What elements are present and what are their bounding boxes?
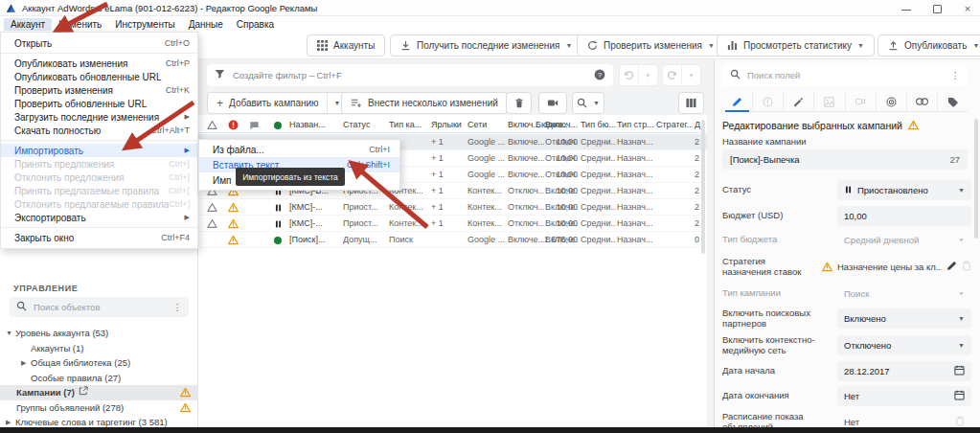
toolbar-button-label: Проверить изменения xyxy=(604,40,702,51)
table-row[interactable]: [КМС]-...Приост...Контек...+ 1Контек...О… xyxy=(198,199,707,216)
field-control[interactable]: Отключено▼ xyxy=(837,335,971,355)
menu-item[interactable]: Проверить обновленные URL xyxy=(1,97,197,110)
tab-alert[interactable] xyxy=(752,92,783,111)
table-scrollbar[interactable] xyxy=(701,120,705,254)
menu-item[interactable]: Опубликовать обновленные URL xyxy=(1,70,197,83)
menu-item[interactable]: Скачать полностьюCtrl+Alt+T xyxy=(1,124,197,137)
object-search-input[interactable]: Поиск объектов ⋮ xyxy=(10,297,189,317)
toolbar-button-upload[interactable]: Опубликовать▼ xyxy=(877,34,980,57)
redo-button[interactable]: ▼ xyxy=(662,64,701,86)
table-row[interactable]: [КМС]-...Приост...Контек...+ 1Контек...О… xyxy=(198,216,707,232)
external-link-icon[interactable] xyxy=(79,387,88,398)
columns-button[interactable] xyxy=(678,92,704,114)
column-header-labels[interactable]: Ярлыки xyxy=(431,117,466,133)
submenu-item[interactable]: Из файла...Ctrl+I xyxy=(199,142,399,157)
download-icon xyxy=(400,40,411,51)
pencil-icon[interactable] xyxy=(946,258,957,275)
campaign-name-input[interactable]: [Поиск]-Выпечка27 xyxy=(722,149,968,170)
menubar-item-изменить[interactable]: Изменить xyxy=(52,18,108,31)
chevron-right-icon[interactable]: ▶ xyxy=(21,355,26,371)
filter-bar[interactable]: Создайте фильтр – Ctrl+F ? xyxy=(207,64,613,86)
field-control[interactable]: Нет xyxy=(837,386,971,406)
panel-scrollbar[interactable] xyxy=(974,119,978,239)
column-header-btype[interactable]: Тип бю... xyxy=(581,117,616,133)
field-control[interactable]: 28.12.2017 xyxy=(837,361,971,381)
tab-tag[interactable] xyxy=(937,92,968,111)
menubar-item-инструменты[interactable]: Инструменты xyxy=(108,18,181,31)
column-header-name[interactable]: Назван... xyxy=(289,117,343,133)
sidebar-item[interactable]: ▶Общая библиотека (25) xyxy=(0,355,198,371)
videocam-button[interactable] xyxy=(538,92,567,114)
chevron-down-icon[interactable]: ▼ xyxy=(593,100,600,106)
sidebar-item[interactable]: ▼Уровень аккаунта (53) xyxy=(0,326,198,341)
tab-video[interactable] xyxy=(845,92,876,111)
chevron-down-icon[interactable]: ▼ xyxy=(972,42,979,49)
menu-item[interactable]: Экспортировать▶ xyxy=(1,211,197,224)
chevron-down-icon[interactable]: ▼ xyxy=(958,315,965,322)
toolbar-button-label: Аккаунты xyxy=(333,40,375,51)
menu-item[interactable]: Проверить измененияCtrl+K xyxy=(1,83,197,97)
minimize-icon[interactable] xyxy=(901,4,911,13)
tab-image[interactable] xyxy=(813,92,844,111)
tab-wand[interactable] xyxy=(783,92,813,111)
toolbar-button-download[interactable]: Получить последние изменения▼ xyxy=(390,34,582,57)
table-row[interactable]: [Поиск]...Допущ...ПоискGoogle ...Включе.… xyxy=(198,232,707,248)
toolbar-button-refresh[interactable]: Проверить изменения▼ xyxy=(577,34,725,57)
add-campaign-button[interactable]: +Добавить кампанию▼ xyxy=(207,92,351,114)
header-triangle-icon[interactable] xyxy=(203,117,220,133)
sidebar-item[interactable]: Группы объявлений (278) xyxy=(0,400,198,416)
maximize-icon[interactable] xyxy=(932,4,942,13)
column-header-strat[interactable]: Стратег... xyxy=(656,117,693,133)
menu-item[interactable]: Закрыть окноCtrl+F4 xyxy=(1,231,197,244)
chevron-down-icon[interactable]: ▼ xyxy=(857,42,864,49)
menu-item[interactable]: Опубликовать измененияCtrl+P xyxy=(1,57,197,70)
field-control[interactable]: 10,00 xyxy=(837,206,971,226)
sidebar-item[interactable]: Аккаунты (1) xyxy=(0,341,198,356)
sidebar-item[interactable]: Кампании (7) xyxy=(0,385,198,400)
field-label: Тип бюджета xyxy=(722,234,837,244)
more-options-icon[interactable]: ⋮ xyxy=(951,70,961,80)
menu-item[interactable]: ОткрытьCtrl+O xyxy=(1,36,197,50)
more-options-icon[interactable]: ⋮ xyxy=(173,302,183,312)
column-header-status[interactable]: Статус xyxy=(343,117,387,133)
column-header-networks[interactable]: Сети xyxy=(467,117,506,133)
menu-item[interactable]: Загрузить последние изменения▶ xyxy=(1,110,197,124)
undo-button[interactable]: ▼ xyxy=(619,64,658,86)
chevron-down-icon[interactable]: ▼ xyxy=(708,42,715,49)
calendar-icon[interactable] xyxy=(954,365,965,377)
column-header-type[interactable]: Тип ка... xyxy=(389,117,427,133)
chevron-down-icon[interactable]: ▼ xyxy=(327,93,341,113)
menubar-item-справка[interactable]: Справка xyxy=(230,18,281,31)
chevron-down-icon[interactable]: ▼ xyxy=(958,187,965,194)
chevron-down-icon[interactable]: ▼ xyxy=(6,326,12,341)
field-search-input[interactable]: Поиск полей ⋮ xyxy=(722,64,968,86)
column-header-budget[interactable]: Бюдже... xyxy=(536,117,578,133)
chevron-down-icon[interactable]: ▼ xyxy=(565,42,572,49)
chevron-down-icon[interactable]: ▼ xyxy=(958,342,965,349)
header-comment-icon[interactable] xyxy=(245,117,262,133)
trash-button[interactable] xyxy=(506,92,532,114)
menubar-item-аккаунт[interactable]: Аккаунт xyxy=(4,18,52,31)
calendar-icon[interactable] xyxy=(954,390,965,402)
menu-item[interactable]: Импортировать▶ xyxy=(1,144,197,157)
header-errorc-icon[interactable] xyxy=(224,117,241,133)
cell-labels: + 1 xyxy=(431,183,466,199)
column-header-stype[interactable]: Тип стр... xyxy=(617,117,655,133)
toolbar-button-stats[interactable]: Просмотреть статистику▼ xyxy=(717,34,875,57)
magnifier-button[interactable]: ▼ xyxy=(572,92,604,114)
field-control[interactable]: Включено▼ xyxy=(837,308,971,329)
bulk-edit-button[interactable]: Внести несколько изменений xyxy=(341,92,508,114)
help-icon[interactable]: ? xyxy=(594,69,605,82)
cell-type: Контек... xyxy=(389,199,427,216)
tab-pencil[interactable] xyxy=(722,92,752,111)
menubar-item-данные[interactable]: Данные xyxy=(182,18,230,31)
upload-icon xyxy=(888,40,899,51)
toolbar-button-grid[interactable]: Аккаунты xyxy=(307,34,385,57)
warning-icon xyxy=(180,387,191,398)
sidebar-item[interactable]: Особые правила (27) xyxy=(0,371,198,386)
field-control[interactable]: Приостановлено▼ xyxy=(837,180,971,200)
close-icon[interactable]: × xyxy=(963,4,972,13)
header-greendot-icon[interactable] xyxy=(266,117,289,133)
tab-link[interactable] xyxy=(906,92,937,111)
tab-target[interactable] xyxy=(876,92,906,111)
